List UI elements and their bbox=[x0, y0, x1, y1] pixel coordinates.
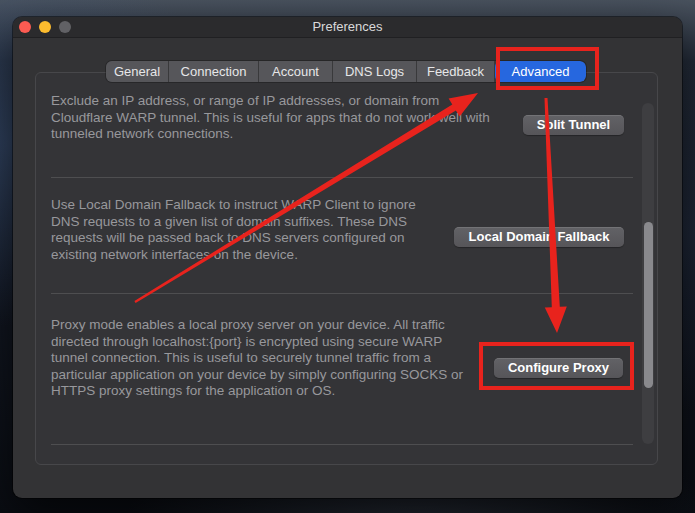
section-divider bbox=[51, 293, 633, 294]
tab-connection[interactable]: Connection bbox=[168, 61, 258, 82]
window-title: Preferences bbox=[13, 17, 682, 37]
tab-account[interactable]: Account bbox=[258, 61, 332, 82]
tab-feedback[interactable]: Feedback bbox=[416, 61, 494, 82]
titlebar: Preferences bbox=[13, 17, 682, 38]
split-tunnel-button[interactable]: Split Tunnel bbox=[523, 115, 624, 135]
tab-advanced[interactable]: Advanced bbox=[494, 61, 586, 82]
tab-bar: General Connection Account DNS Logs Feed… bbox=[106, 61, 586, 82]
section-divider bbox=[51, 177, 633, 178]
proxy-mode-description: Proxy mode enables a local proxy server … bbox=[51, 317, 475, 400]
scrollbar-track[interactable] bbox=[642, 103, 654, 444]
tab-general[interactable]: General bbox=[106, 61, 168, 82]
tab-dns-logs[interactable]: DNS Logs bbox=[332, 61, 416, 82]
local-domain-fallback-button[interactable]: Local Domain Fallback bbox=[454, 227, 624, 247]
local-domain-fallback-description: Use Local Domain Fallback to instruct WA… bbox=[51, 197, 433, 263]
scrollbar-thumb[interactable] bbox=[644, 222, 653, 388]
preferences-window: Preferences General Connection Account D… bbox=[13, 17, 682, 498]
settings-group: Exclude an IP address, or range of IP ad… bbox=[35, 72, 658, 465]
configure-proxy-button[interactable]: Configure Proxy bbox=[494, 358, 623, 378]
split-tunnel-description: Exclude an IP address, or range of IP ad… bbox=[51, 93, 503, 143]
section-divider bbox=[51, 444, 633, 445]
desktop-wallpaper: Preferences General Connection Account D… bbox=[0, 0, 695, 513]
